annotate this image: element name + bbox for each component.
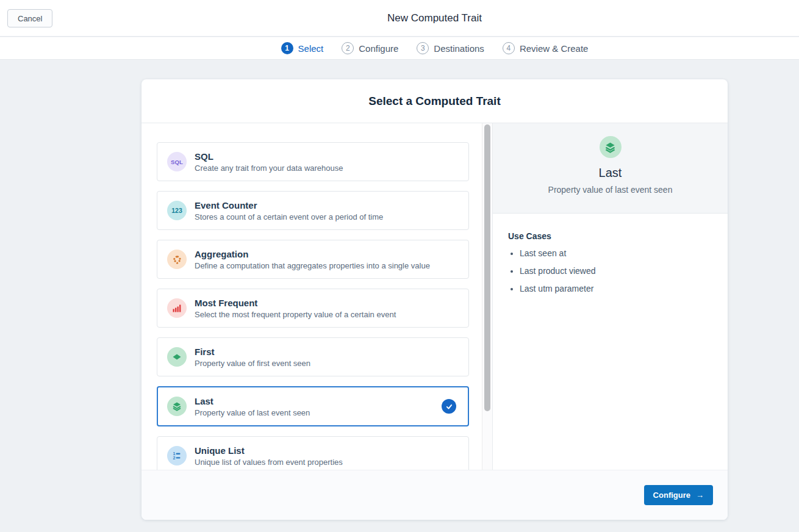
trait-title: First <box>195 347 310 357</box>
step-1-label: Select <box>298 43 324 54</box>
step-3-label: Destinations <box>434 43 484 54</box>
detail-panel-header: Last Property value of last event seen <box>493 123 728 214</box>
trait-title: Aggregation <box>195 249 430 259</box>
selected-check-icon <box>442 399 456 414</box>
card-body: SQL SQL Create any trait from your data … <box>142 123 728 470</box>
trait-description: Property value of last event seen <box>195 408 310 417</box>
detail-title: Last <box>493 166 728 180</box>
layers-icon <box>167 397 187 416</box>
cancel-button[interactable]: Cancel <box>7 9 52 27</box>
sql-badge-icon: SQL <box>167 152 187 171</box>
use-cases-list: Last seen at Last product viewed Last ut… <box>508 248 712 293</box>
list-scrollbar-thumb[interactable] <box>484 124 490 411</box>
trait-option-event-counter[interactable]: 123 Event Counter Stores a count of a ce… <box>157 191 469 230</box>
top-bar: Cancel New Computed Trait <box>0 0 799 37</box>
step-destinations[interactable]: 3 Destinations <box>417 42 484 54</box>
page-title: New Computed Trait <box>142 0 728 37</box>
counter-123-icon: 123 <box>167 201 187 220</box>
trait-description: Create any trait from your data warehous… <box>195 164 343 173</box>
trait-title: SQL <box>195 151 343 162</box>
trait-option-aggregation[interactable]: Aggregation Define a computation that ag… <box>157 240 469 279</box>
step-2-circle: 2 <box>342 42 354 54</box>
bar-chart-icon <box>167 298 187 318</box>
step-4-circle: 4 <box>503 42 515 54</box>
numbered-list-icon: 12 <box>167 446 187 466</box>
card-title: Select a Computed Trait <box>142 79 728 123</box>
configure-button[interactable]: Configure → <box>644 485 713 505</box>
step-configure[interactable]: 2 Configure <box>342 42 398 54</box>
layers-icon <box>600 136 622 158</box>
configure-button-label: Configure <box>653 491 690 500</box>
trait-list: SQL SQL Create any trait from your data … <box>142 123 482 470</box>
svg-text:2: 2 <box>173 456 176 460</box>
trait-title: Event Counter <box>195 200 383 210</box>
trait-description: Select the most frequent property value … <box>195 310 396 319</box>
diamond-icon <box>167 347 187 367</box>
use-cases-heading: Use Cases <box>508 231 712 241</box>
card-footer: Configure → <box>142 470 728 520</box>
trait-title: Most Frequent <box>195 298 396 308</box>
use-case-item: Last product viewed <box>520 266 712 276</box>
step-4-label: Review & Create <box>520 43 589 54</box>
trait-description: Property value of first event seen <box>195 359 310 368</box>
trait-option-first[interactable]: First Property value of first event seen <box>157 337 469 376</box>
use-case-item: Last seen at <box>520 248 712 258</box>
stepper: 1 Select 2 Configure 3 Destinations 4 Re… <box>142 37 728 59</box>
trait-option-sql[interactable]: SQL SQL Create any trait from your data … <box>157 142 469 181</box>
trait-title: Last <box>195 396 310 406</box>
step-2-label: Configure <box>359 43 398 54</box>
trait-title: Unique List <box>195 445 343 456</box>
step-1-circle: 1 <box>281 42 293 54</box>
trait-option-last[interactable]: Last Property value of last event seen <box>157 386 469 426</box>
trait-description: Stores a count of a certain event over a… <box>195 212 383 221</box>
detail-panel-body: Use Cases Last seen at Last product view… <box>493 214 728 301</box>
arrow-right-icon: → <box>696 491 704 500</box>
step-review-create[interactable]: 4 Review & Create <box>503 42 589 54</box>
use-case-item: Last utm parameter <box>520 284 712 293</box>
trait-option-unique-list[interactable]: 12 Unique List Unique list of values fro… <box>157 436 469 470</box>
list-scrollbar-track[interactable] <box>482 123 492 470</box>
trait-detail-panel: Last Property value of last event seen U… <box>492 123 728 470</box>
detail-subtitle: Property value of last event seen <box>493 185 728 195</box>
stepper-bar: 1 Select 2 Configure 3 Destinations 4 Re… <box>0 37 799 60</box>
step-3-circle: 3 <box>417 42 429 54</box>
aggregation-diamond-icon <box>167 250 187 269</box>
trait-description: Define a computation that aggregates pro… <box>195 261 430 270</box>
trait-option-most-frequent[interactable]: Most Frequent Select the most frequent p… <box>157 289 469 328</box>
step-select[interactable]: 1 Select <box>281 42 324 54</box>
trait-description: Unique list of values from event propert… <box>195 458 343 467</box>
select-trait-card: Select a Computed Trait SQL SQL Create a… <box>142 79 728 520</box>
